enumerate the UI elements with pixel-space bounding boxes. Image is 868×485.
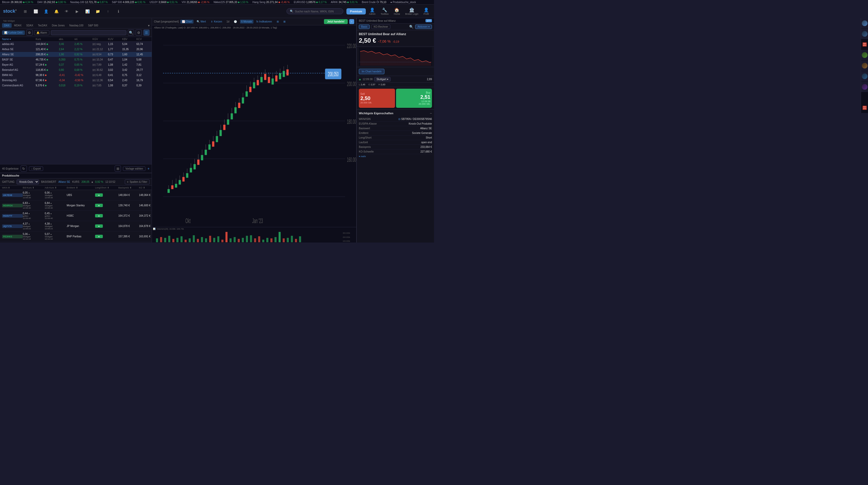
spalten-filter-btn[interactable]: ≡ Spalten & Filter [125,179,150,184]
eye-icon-btn[interactable]: 👁 [62,7,71,16]
buy-button[interactable]: Buy 2,51 12:09:38 20.000 Stk. [396,89,432,108]
bell-icon-btn[interactable]: 🔔 [52,7,61,16]
tab-tecdax[interactable]: TecDAX [36,23,49,28]
template-button[interactable]: Vorlage wählen [123,167,145,171]
grid-icon-btn[interactable]: ⊞ [21,7,30,16]
col-name[interactable]: Name ▾ [2,38,36,40]
video-icon-btn[interactable]: ▶ [72,7,82,16]
chart-tab-chart[interactable]: 📈 Chart [180,20,193,24]
mehr-eigenschaften-btn[interactable]: ▾ mehr [359,155,432,158]
stock-row-beiersdorf[interactable]: Beiersdorf AG 118,85 € 0,80 0,68 % (e) 3… [0,67,152,73]
admin-btn[interactable]: 👤 Admin [367,6,378,16]
info-icon-btn[interactable]: ℹ [114,7,123,16]
col-wkn[interactable]: WKN ⬍ [2,187,23,189]
product-row-last[interactable]: ●● 4,17 ● 4,18 ● UBS ▲ 166,845 € 166,845… [0,242,152,242]
right-tab-ko[interactable]: KO-Rechner [371,25,390,29]
person-icon-btn[interactable]: 👤 [41,7,51,16]
stock-row-bmw[interactable]: BMW AG 98,38 € -0,41 -0,42 % (e) 6,48 0,… [0,73,152,78]
monitor-icon-btn[interactable]: ⬜ [31,7,40,16]
export-button[interactable]: ↓ Export [29,167,43,171]
ticker-bitcoin[interactable]: Bitcoin 28.369,00 4,34 % [2,1,33,4]
timeframe-1d[interactable]: 1d [225,20,231,24]
chart-indikatoren-btn[interactable]: fx Indikatoren [255,20,274,24]
trading-venue-btn[interactable]: Stuttgart ▾ [374,77,391,81]
col-kbv[interactable]: KBV [122,38,136,40]
col-abs[interactable]: abs. [59,38,74,40]
home-btn[interactable]: 🏠 Home [392,6,402,16]
product-row-hg5vtt[interactable]: HG5VTT 0,44 ●gettex12:09:40 0,45 ●gettex… [0,211,152,221]
long-btn-md8rd6[interactable]: ▲ [95,204,103,207]
stock-row-basf[interactable]: BASF SE 46,735 € 0,350 0,75 % (e) 10,34 … [0,57,152,62]
col-longshort[interactable]: Long/Short ⬍ [95,187,118,189]
long-btn-jq7y70[interactable]: ▲ [95,224,103,228]
ticker-nasdaq[interactable]: Nasdaq-100 12.721,78 0,87 % [70,1,108,4]
main-search-input[interactable] [295,10,340,13]
col-basispreis[interactable]: Basispreis ⬍ [118,187,139,189]
tab-dowjones[interactable]: Dow Jones [50,23,67,28]
col-emittent[interactable]: Emittent ⬍ [67,187,95,189]
long-btn-uk7ex8[interactable]: ▲ [95,193,103,197]
folder-icon-btn[interactable]: 📁 [93,7,102,16]
stock-row-allianz[interactable]: Allianz SE 208,05 € 1,90 0,92 % (e) 8,54… [0,52,152,57]
handeln-button[interactable]: Jetzt handeln! [324,19,347,24]
stock-settings-btn[interactable]: ⚙ [135,29,142,36]
ticker-nikkei[interactable]: Nikkei225 27.805,33 1,53 % [214,1,249,4]
stock-search-input[interactable] [51,30,126,35]
col-kuv[interactable]: KUV [108,38,122,40]
im-chart-button[interactable]: Im Chart handeln [359,69,384,74]
col-kgv[interactable]: KGV [92,38,108,40]
tab-dropdown-btn[interactable]: ▾ [148,24,150,27]
chart-clock-btn[interactable]: 🕐 [232,20,239,24]
ticker-arkk[interactable]: ARKK 34,745 3,01 % [331,1,358,4]
chart-settings-btn[interactable]: ⊠ [282,20,287,24]
kurliste-button[interactable]: 📊 Kurliste DAX [2,30,25,35]
ticker-eurusd[interactable]: EUR/USD 1,08576 0,17 % [294,1,327,4]
gattung-select[interactable]: Knock-Outs [17,179,39,184]
stock-search-btn[interactable]: 🔍 [128,29,134,36]
chart-tab-kerzen[interactable]: 🕯 Kerzen [209,20,224,24]
col-rel[interactable]: rel. [74,38,92,40]
col-kurs[interactable]: Kurs [36,38,59,40]
chart-arrow-btn[interactable]: › [349,19,354,24]
sell-button[interactable]: Sell 2,50 20.000 Stk. [359,89,395,108]
chart-tab-wert[interactable]: 🔍 Wert [195,20,208,24]
product-row-uk7ex8[interactable]: UK7EX8 6,05 ●Stuttgart12:09:39 6,06 ●Stu… [0,190,152,200]
upload-icon-btn[interactable]: ↑ [103,7,113,16]
copy-icon[interactable]: ⊟ [398,118,400,120]
ticker-sp500[interactable]: S&P 500 4.009,225 0,91 % [112,1,146,4]
long-btn-hg5vtt[interactable]: ▲ [95,214,103,218]
product-row-pe3hk5[interactable]: PE3HK5 5,06 ●Stuttgart12:11:14 5,07 ●Stu… [0,231,152,242]
profil-btn[interactable]: 👤 Profil [421,6,431,16]
tab-nasdaq100[interactable]: Nasdaq-100 [67,23,85,28]
right-tab-basic[interactable]: Basic [359,25,370,29]
col-ko[interactable]: KO ⬍ [139,187,152,189]
layout-btn[interactable]: ⊞ [115,166,121,172]
stock-row-commerzbank[interactable]: Commerzbank AG 9,376 € 0,018 0,19 % (e) … [0,83,152,88]
long-btn-pe3hk5[interactable]: ▲ [95,235,103,238]
stock-row-brenntag[interactable]: Brenntag AG 67,96 € -0,34 -0,50 % (e) 12… [0,78,152,83]
col-kcv[interactable]: KCV [136,38,152,40]
tab-mdax[interactable]: MDAX [12,23,24,28]
right-search-btn[interactable]: 🔍 [409,25,413,29]
timeframe-6m[interactable]: 6 Monate [240,20,253,24]
kurliste-settings-btn[interactable]: ⚙ [26,29,33,36]
ticker-produktsuche[interactable]: ● Produktsuche_stock [390,1,416,4]
product-row-jq7y70[interactable]: JQ7Y70 4,37 ●Stuttgart12:09:23 4,38 ●Stu… [0,221,152,231]
premium-button[interactable]: Premium [346,8,366,15]
col-bid[interactable]: Bid-Kurs ⬍ [23,187,45,189]
logo[interactable]: stock3 [3,8,17,14]
ticker-hangseng[interactable]: Hang Seng 20.271,94 -0,46 % [252,1,289,4]
chart-compare-btn[interactable]: ⊞ [275,20,280,24]
ticker-dax[interactable]: DAX 15.262,93 0,80 % [37,1,66,4]
ticker-us10y[interactable]: US10Y 3,5668 0,51 % [150,1,178,4]
tab-sdax[interactable]: SDAX [24,23,35,28]
chart-icon-btn[interactable]: 📊 [83,7,92,16]
stock-row-adidas[interactable]: adidas AG 144,64 € 3,46 2,45 % (e) neg. … [0,41,152,47]
alarm-button[interactable]: 🔔 Alarm [34,30,49,35]
broker-login-btn[interactable]: 🏦 Broker Login [403,6,420,16]
product-row-md8rd6[interactable]: MD8RD6 6,83 ●Stuttgart12:09:40 6,84 ●Stu… [0,200,152,211]
ticker-brent[interactable]: Brent Crude Öl 79,10 [362,1,386,4]
refresh-btn[interactable]: ↻ [21,166,27,172]
stock-row-bayer[interactable]: Bayer AG 57,24 € 0,37 0,65 % (e) 7,89 1,… [0,62,152,67]
tab-dax[interactable]: DAX [2,23,11,28]
